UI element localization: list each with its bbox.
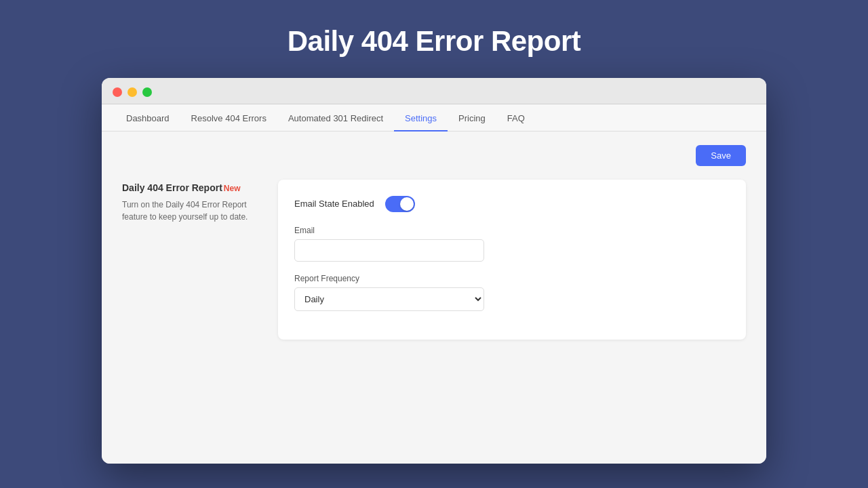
report-frequency-label: Report Frequency <box>294 274 730 283</box>
traffic-lights <box>113 87 152 97</box>
email-state-toggle[interactable] <box>385 196 415 212</box>
close-button[interactable] <box>113 87 122 97</box>
nav-item-pricing[interactable]: Pricing <box>448 105 496 131</box>
title-bar <box>102 78 766 104</box>
nav-item-dashboard[interactable]: Dashboard <box>115 105 180 131</box>
email-input[interactable] <box>294 239 484 262</box>
feature-title: Daily 404 Error ReportNew <box>122 182 258 193</box>
settings-card: Email State Enabled Email <box>278 180 746 340</box>
toggle-thumb <box>400 197 414 211</box>
new-badge: New <box>224 184 241 193</box>
nav-item-settings[interactable]: Settings <box>394 105 448 131</box>
nav-item-resolve-404[interactable]: Resolve 404 Errors <box>180 105 277 131</box>
toolbar-row: Save <box>122 145 746 166</box>
window: Dashboard Resolve 404 Errors Automated 3… <box>102 78 766 464</box>
nav-item-faq[interactable]: FAQ <box>496 105 536 131</box>
description-panel: Daily 404 Error ReportNew Turn on the Da… <box>122 180 258 223</box>
save-button[interactable]: Save <box>696 145 746 166</box>
page-title: Daily 404 Error Report <box>288 25 581 58</box>
email-field-group: Email <box>294 226 730 262</box>
maximize-button[interactable] <box>142 87 152 97</box>
toggle-track <box>385 196 415 212</box>
content-area: Save Daily 404 Error ReportNew Turn on t… <box>102 131 766 464</box>
outer-wrapper: Daily 404 Error Report Dashboard Resolve… <box>0 5 868 484</box>
minimize-button[interactable] <box>127 87 137 97</box>
feature-description: Turn on the Daily 404 Error Report featu… <box>122 199 258 223</box>
email-state-label: Email State Enabled <box>294 199 374 209</box>
nav-bar: Dashboard Resolve 404 Errors Automated 3… <box>102 104 766 131</box>
report-frequency-group: Report Frequency Daily Weekly Monthly <box>294 274 730 311</box>
email-field-label: Email <box>294 226 730 235</box>
report-frequency-select[interactable]: Daily Weekly Monthly <box>294 287 484 311</box>
nav-item-automated-301[interactable]: Automated 301 Redirect <box>277 105 394 131</box>
main-layout: Daily 404 Error ReportNew Turn on the Da… <box>122 180 746 340</box>
email-state-row: Email State Enabled <box>294 196 730 212</box>
feature-title-text: Daily 404 Error Report <box>122 182 222 193</box>
